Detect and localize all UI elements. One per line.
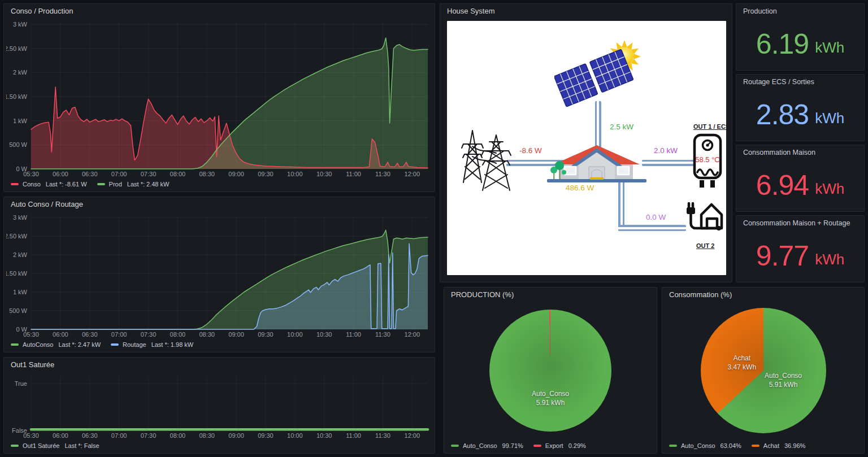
legend-item[interactable]: ConsoLast *: -8.61 W — [11, 181, 87, 188]
svg-text:12:00: 12:00 — [405, 432, 420, 439]
legend-item[interactable]: Auto_Conso99.71% — [451, 442, 523, 449]
svg-text:06:30: 06:30 — [82, 331, 98, 338]
svg-text:09:00: 09:00 — [228, 171, 244, 177]
stat-unit: kWh — [815, 172, 844, 198]
svg-text:08:30: 08:30 — [199, 432, 215, 439]
svg-text:3 kW: 3 kW — [13, 214, 28, 221]
svg-text:08:00: 08:00 — [170, 331, 186, 338]
svg-text:06:00: 06:00 — [53, 171, 68, 177]
pie-chart[interactable]: Auto_Conso5.91 kWhAchat3.47 kWh — [701, 308, 826, 433]
legend-item[interactable]: Export0.29% — [533, 442, 586, 449]
svg-text:10:30: 10:30 — [316, 171, 332, 177]
svg-text:08:00: 08:00 — [170, 171, 186, 177]
out2-flow-value: 0.0 W — [646, 213, 666, 221]
panel-title: Conso / Production — [4, 4, 435, 19]
stat-value: 9.77 — [756, 240, 809, 272]
svg-text:2.50 kW: 2.50 kW — [6, 233, 28, 240]
panel-title: Consommation (%) — [662, 288, 864, 302]
svg-text:2.50 kW: 2.50 kW — [6, 45, 28, 52]
stat-title: Production — [736, 4, 864, 19]
legend-item[interactable]: Out1 SaturéeLast *: False — [11, 442, 99, 449]
out2-label: OUT 2 — [696, 242, 714, 249]
stat-unit: kWh — [815, 31, 844, 56]
svg-text:07:30: 07:30 — [141, 171, 157, 177]
svg-text:11:00: 11:00 — [346, 171, 361, 177]
legend-item[interactable]: Achat36.96% — [752, 442, 805, 449]
timeseries-chart[interactable]: 05:3006:0006:3007:0007:3008:0008:3009:00… — [6, 212, 431, 338]
panel-production-pct: PRODUCTION (%) Auto_Conso5.91 kWh Auto_C… — [444, 287, 657, 454]
svg-text:07:00: 07:00 — [111, 331, 127, 338]
chart-legend: Auto_Conso99.71%Export0.29% — [451, 440, 653, 451]
house-system-diagram: 2.5 kW -8.6 W 2.0 kW 486.6 W 0.0 W OUT 1… — [447, 21, 726, 275]
svg-text:08:00: 08:00 — [170, 432, 186, 439]
legend-series-value: 63.04% — [721, 442, 741, 449]
boiler-temperature: 58.5 °C — [691, 155, 724, 164]
timeseries-chart[interactable]: 05:3006:0006:3007:0007:3008:0008:3009:00… — [6, 19, 431, 178]
svg-text:09:30: 09:30 — [258, 432, 274, 439]
panel-stat-production: Production 6.19 kWh — [736, 3, 865, 71]
ecs-flow-value: 2.0 kW — [654, 146, 678, 155]
legend-series-value: 99.71% — [502, 442, 523, 449]
legend-series-name: Achat — [763, 442, 779, 449]
pie-chart[interactable]: Auto_Conso5.91 kWh — [489, 310, 611, 432]
out1-label: OUT 1 / ECS — [693, 123, 730, 130]
svg-text:07:30: 07:30 — [141, 432, 157, 439]
legend-series-name: Auto_Conso — [463, 442, 497, 449]
plug-house-icon — [684, 199, 724, 238]
timeseries-chart[interactable]: 05:3006:0006:3007:0007:3008:0008:3009:00… — [6, 372, 431, 439]
grid-flow-value: -8.6 W — [519, 146, 542, 155]
svg-text:2 kW: 2 kW — [13, 69, 28, 76]
svg-text:09:30: 09:30 — [258, 171, 274, 177]
svg-text:10:00: 10:00 — [287, 432, 303, 439]
legend-series-color — [11, 343, 19, 346]
legend-series-color — [11, 183, 19, 185]
svg-text:1.50 kW: 1.50 kW — [6, 93, 28, 100]
panel-title: House System — [440, 4, 732, 19]
svg-text:10:00: 10:00 — [287, 331, 303, 338]
legend-item[interactable]: Auto_Conso63.04% — [669, 442, 741, 449]
stat-title: Consommation Maison — [736, 145, 864, 160]
panel-auto-conso-routage: Auto Conso / Routage 05:3006:0006:3007:0… — [3, 197, 435, 352]
svg-text:07:30: 07:30 — [141, 331, 157, 338]
stat-value: 6.19 — [756, 28, 809, 60]
chart-legend: ConsoLast *: -8.61 WProdLast *: 2.48 kW — [11, 179, 431, 190]
panel-consommation-pct: Consommation (%) Auto_Conso5.91 kWhAchat… — [662, 287, 865, 454]
svg-text:06:00: 06:00 — [53, 331, 68, 338]
legend-series-name: Auto_Conso — [681, 442, 715, 449]
legend-series-value: Last *: False — [64, 442, 99, 449]
legend-series-name: AutoConso — [23, 341, 53, 348]
legend-item[interactable]: AutoConsoLast *: 2.47 kW — [11, 341, 101, 348]
legend-series-color — [669, 445, 677, 447]
svg-text:10:30: 10:30 — [316, 331, 332, 338]
panel-stat-routage-ecs: Routage ECS / Sorties 2.83 kWh — [736, 74, 865, 141]
svg-text:06:30: 06:30 — [82, 171, 98, 177]
panel-stat-consommation-routage: Consommation Maison + Routage 9.77 kWh — [736, 215, 865, 282]
stat-value: 6.94 — [756, 169, 809, 202]
legend-series-name: Routage — [123, 341, 146, 348]
panel-house-system: House System — [440, 3, 732, 282]
legend-item[interactable]: RoutageLast *: 1.98 kW — [111, 341, 193, 348]
svg-text:2 kW: 2 kW — [13, 251, 28, 258]
pie-slice-label: Achat3.47 kWh — [727, 354, 756, 372]
legend-series-name: Export — [545, 442, 563, 449]
chart-canvas: 05:3006:0006:3007:0007:3008:0008:3009:00… — [6, 372, 431, 439]
svg-text:07:00: 07:00 — [111, 171, 127, 177]
svg-text:12:00: 12:00 — [405, 331, 420, 338]
legend-series-color — [533, 445, 541, 447]
panel-stat-consommation-maison: Consommation Maison 6.94 kWh — [736, 145, 865, 212]
legend-series-color — [752, 445, 760, 447]
solar-flow-value: 2.5 kW — [610, 123, 633, 131]
svg-text:1 kW: 1 kW — [13, 117, 28, 124]
legend-series-value: 0.29% — [568, 442, 586, 449]
svg-text:11:00: 11:00 — [346, 432, 361, 439]
house-icon — [546, 134, 648, 186]
svg-text:08:30: 08:30 — [199, 331, 215, 338]
legend-item[interactable]: ProdLast *: 2.48 kW — [97, 181, 170, 188]
legend-series-color — [11, 445, 19, 447]
svg-text:11:30: 11:30 — [375, 331, 390, 338]
pipe-house-down — [618, 180, 624, 231]
legend-series-color — [97, 183, 105, 185]
svg-text:09:00: 09:00 — [228, 432, 244, 439]
panel-title: Auto Conso / Routage — [4, 197, 435, 212]
legend-series-color — [451, 445, 459, 447]
